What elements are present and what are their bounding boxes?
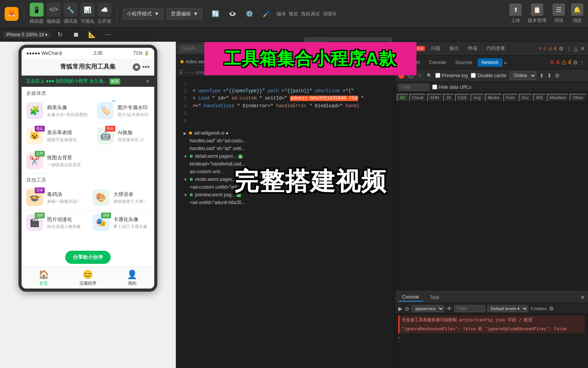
tool-item[interactable]: 🧩 精美头像 头像大全~有你喜爱的 [22,98,92,123]
gear-btn[interactable]: ⚙ [559,46,564,52]
simulator-icon[interactable]: 📱 [30,3,44,17]
refresh-search-btn[interactable]: ↻ [227,46,232,52]
filter-ws-btn[interactable]: WS [533,94,546,101]
file-item[interactable]: handleLoad" id="ad-custo... [176,137,395,145]
filter-net-btn[interactable]: ▽ [417,73,423,79]
filter-css-btn[interactable]: CSS [455,94,470,101]
gear-console-btn[interactable]: ⚙ [549,306,554,312]
filter-font-btn[interactable]: Font [503,94,518,101]
preserve-log-checkbox[interactable]: Preserve log [435,73,468,78]
console-input[interactable] [401,335,585,340]
stop-btn[interactable]: ⏹ [69,28,83,42]
tab-index-wxml[interactable]: index.wxml ...\shiyong [176,56,236,68]
gear-net-icon[interactable]: ⚙ [555,73,560,79]
tab-ad-widget[interactable]: ad-widget.wxml ✕ ⊡ ⋯ [267,56,332,68]
preview-icon[interactable]: 👁️ [226,7,239,21]
devtools-tab-quality[interactable]: 代码质量 [483,44,509,53]
message-btn[interactable]: 🔔 消息 [571,3,583,24]
console-tab-task[interactable]: Task [426,294,443,301]
devtools-tab-output[interactable]: 输出 [446,44,463,53]
play-console-btn[interactable]: ▶ [398,306,403,312]
code-content[interactable]: < openType ="{{openType}}" path ="{{path… [190,77,395,128]
upload-btn[interactable]: ⬆ 上传 [509,3,522,24]
network-tab-sources[interactable]: Sources [452,58,476,67]
copy-btn[interactable]: 📋 [242,46,248,52]
devtools-tab-terminal[interactable]: 终端 [464,44,481,53]
device-label[interactable]: iPhone 5 100% 16 ▾ [3,31,51,38]
close-devtools-btn[interactable]: ✕ [580,46,585,52]
console-tab-console[interactable]: Console [398,293,423,302]
preserve-log-input[interactable] [435,73,440,78]
tab-treasure[interactable]: 😊 宝藏程序 [66,267,110,289]
brush-icon[interactable]: 🖌️ [259,7,273,21]
editor-icon[interactable]: </> [47,3,61,17]
more-tab-btn[interactable]: ⋯ [322,59,327,64]
network-tab-network[interactable]: Network [478,58,502,67]
expand-btn[interactable]: △ [574,46,578,52]
filter-js-btn[interactable]: JS [443,94,454,101]
tool-item[interactable]: 🤖 新款 AI换脸 你也来试试 (J [92,123,154,149]
filter-manifest-btn[interactable]: Manifest [547,94,569,101]
console-close-btn[interactable]: ✕ [580,294,585,301]
detail-btn[interactable]: ☰ 详情 [553,3,565,24]
tool-item[interactable]: 🏷️ 图片专属水印 照片/证件加水印 [92,98,154,123]
throttle-select[interactable]: Online [510,71,536,80]
disable-cache-input[interactable] [471,73,476,78]
tab-mine[interactable]: 👤 我的 [110,267,154,289]
console-filter-input[interactable] [454,305,485,312]
cloud-btn[interactable]: ☁️ 云开发 [98,3,111,25]
notif-close-btn[interactable]: ✕ [146,79,150,84]
filter-all-btn[interactable]: All [397,94,408,101]
settings-icon[interactable]: ⚙️ [243,7,256,21]
visual-btn[interactable]: 📊 可视化 [81,3,94,25]
filter-cloud-btn[interactable]: Cloud [409,94,426,101]
cloud-icon[interactable]: ☁️ [98,3,111,17]
filter-media-btn[interactable]: Media [485,94,502,101]
more-btn[interactable]: ••• [142,63,150,71]
file-item[interactable]: ad-custom unit... [176,168,395,176]
hide-urls-checkbox[interactable]: Hide data URLs [432,84,472,90]
tool-item[interactable]: 🎬 滤镜 照片动漫化 转化动漫人物形象 [22,210,88,235]
file-item[interactable]: ▼ motto.wxml pages... 1 [176,176,395,183]
debugger-btn[interactable]: 🔧 调试器 [64,3,78,25]
devtools-tab-issue[interactable]: 问题 [427,44,444,53]
list-btn[interactable]: ☰ [234,46,239,52]
record-net-btn[interactable] [398,73,404,79]
visual-icon[interactable]: 📊 [81,3,94,17]
save-btn[interactable]: 💾 [251,46,257,52]
filter-xhr-btn[interactable]: XHR [427,94,442,101]
nav-icon[interactable]: ☰ [179,70,183,75]
tab-home[interactable]: 🏠 首页 [22,267,66,289]
file-item[interactable]: ▼ preview.wxml pag... 1 [176,191,395,199]
more-net-btn[interactable]: ⋮ [580,59,585,66]
search-net-btn[interactable]: 🔍 [426,73,432,79]
tool-item[interactable]: 🎨 大饼语录 来给他画个大饼~ [88,185,154,210]
network-tab-console[interactable]: Console [425,58,450,67]
more-device-btn[interactable]: ⋯ [101,28,115,42]
version-btn[interactable]: 📋 版本管理 [528,3,546,24]
file-item[interactable]: ▶ ad-widgetsiii.si ● [176,129,395,137]
compile-dropdown[interactable]: 普通编辑 ▼ [167,8,202,19]
close-icon[interactable]: ✕ [580,294,585,300]
mode-dropdown[interactable]: 小程序模式 ▼ [123,8,163,19]
share-btn[interactable]: 分享给小伙伴 [65,251,111,264]
debugger-icon[interactable]: 🔧 [64,3,78,17]
close-search-icon[interactable]: ✕ [322,42,326,47]
log-level-select[interactable]: Default levels ▾ [487,305,528,312]
filter-img-btn[interactable]: Img [470,94,484,101]
record-btn[interactable]: ⏺ [133,63,140,71]
file-item[interactable]: <ad unitId="adunit-b8a35... [176,199,395,206]
hide-urls-input[interactable] [432,84,437,89]
refresh-btn[interactable]: 🔄 [209,7,222,21]
file-item[interactable]: <ad-custom unitId="adun... [176,183,395,191]
rotate-btn[interactable]: ↻ [53,28,67,42]
tool-item[interactable]: 🎭 滤镜 卡通化头像 萝卜自己卡通头像 [88,210,154,235]
more-devtools-btn[interactable]: ⋮ [566,46,571,52]
filter-doc-btn[interactable]: Doc [519,94,532,101]
more-network-btn[interactable]: » [504,59,507,66]
file-item[interactable]: ▼ detail.wxml pages\... 1 [176,152,395,160]
file-item[interactable]: handleLoad" id="ad" uniti... [176,145,395,152]
editor-btn[interactable]: </> 编辑器 [47,3,61,25]
filter-other-btn[interactable]: Other [569,94,586,101]
network-tab-wxml[interactable]: Wxml [404,58,424,67]
